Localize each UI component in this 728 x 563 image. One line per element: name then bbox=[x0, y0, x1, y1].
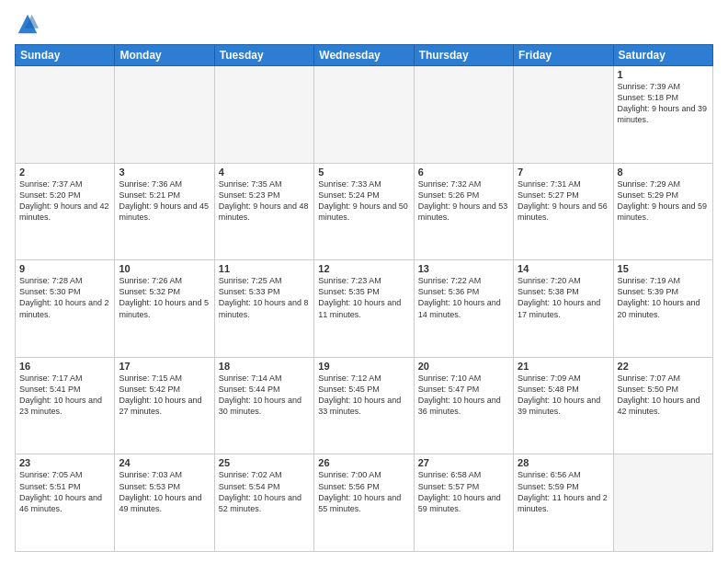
day-info: Sunrise: 7:32 AM Sunset: 5:26 PM Dayligh… bbox=[418, 178, 509, 224]
day-number: 6 bbox=[418, 167, 509, 178]
day-info: Sunrise: 7:39 AM Sunset: 5:18 PM Dayligh… bbox=[618, 81, 709, 126]
day-number: 26 bbox=[318, 457, 409, 468]
header bbox=[15, 11, 713, 37]
day-cell: 21Sunrise: 7:09 AM Sunset: 5:48 PM Dayli… bbox=[514, 357, 613, 454]
day-info: Sunrise: 7:23 AM Sunset: 5:35 PM Dayligh… bbox=[318, 275, 409, 320]
day-info: Sunrise: 7:20 AM Sunset: 5:38 PM Dayligh… bbox=[518, 275, 609, 320]
day-number: 8 bbox=[618, 167, 709, 178]
day-number: 14 bbox=[518, 263, 609, 274]
day-cell: 28Sunrise: 6:56 AM Sunset: 5:59 PM Dayli… bbox=[514, 454, 613, 552]
weekday-friday: Friday bbox=[514, 45, 613, 66]
day-number: 21 bbox=[518, 361, 609, 372]
day-cell: 6Sunrise: 7:32 AM Sunset: 5:26 PM Daylig… bbox=[414, 163, 513, 260]
day-number: 1 bbox=[618, 69, 709, 80]
day-info: Sunrise: 7:25 AM Sunset: 5:33 PM Dayligh… bbox=[219, 275, 310, 320]
day-info: Sunrise: 7:19 AM Sunset: 5:39 PM Dayligh… bbox=[618, 275, 709, 320]
day-cell: 8Sunrise: 7:29 AM Sunset: 5:29 PM Daylig… bbox=[613, 163, 712, 260]
day-number: 24 bbox=[119, 457, 210, 468]
day-info: Sunrise: 7:02 AM Sunset: 5:54 PM Dayligh… bbox=[219, 469, 310, 514]
page: SundayMondayTuesdayWednesdayThursdayFrid… bbox=[0, 0, 728, 563]
day-cell bbox=[214, 66, 313, 164]
day-cell: 16Sunrise: 7:17 AM Sunset: 5:41 PM Dayli… bbox=[16, 357, 115, 454]
day-number: 25 bbox=[219, 457, 310, 468]
day-number: 9 bbox=[19, 263, 110, 274]
day-number: 4 bbox=[219, 167, 310, 178]
day-info: Sunrise: 7:10 AM Sunset: 5:47 PM Dayligh… bbox=[418, 373, 509, 418]
day-number: 2 bbox=[19, 167, 110, 178]
day-info: Sunrise: 7:07 AM Sunset: 5:50 PM Dayligh… bbox=[618, 373, 709, 418]
day-number: 12 bbox=[318, 263, 409, 274]
logo-icon bbox=[15, 11, 40, 37]
day-cell: 1Sunrise: 7:39 AM Sunset: 5:18 PM Daylig… bbox=[613, 66, 712, 164]
day-info: Sunrise: 7:28 AM Sunset: 5:30 PM Dayligh… bbox=[19, 275, 110, 320]
day-cell: 24Sunrise: 7:03 AM Sunset: 5:53 PM Dayli… bbox=[115, 454, 214, 552]
day-info: Sunrise: 7:03 AM Sunset: 5:53 PM Dayligh… bbox=[119, 469, 210, 514]
day-number: 13 bbox=[418, 263, 509, 274]
day-info: Sunrise: 7:36 AM Sunset: 5:21 PM Dayligh… bbox=[119, 178, 210, 224]
day-number: 17 bbox=[119, 361, 210, 372]
day-cell: 26Sunrise: 7:00 AM Sunset: 5:56 PM Dayli… bbox=[314, 454, 414, 552]
day-cell: 22Sunrise: 7:07 AM Sunset: 5:50 PM Dayli… bbox=[613, 357, 712, 454]
week-row-1: 1Sunrise: 7:39 AM Sunset: 5:18 PM Daylig… bbox=[16, 66, 713, 164]
day-cell: 2Sunrise: 7:37 AM Sunset: 5:20 PM Daylig… bbox=[16, 163, 115, 260]
day-cell bbox=[613, 454, 712, 552]
day-cell: 7Sunrise: 7:31 AM Sunset: 5:27 PM Daylig… bbox=[514, 163, 613, 260]
day-info: Sunrise: 7:00 AM Sunset: 5:56 PM Dayligh… bbox=[318, 469, 409, 514]
day-cell: 15Sunrise: 7:19 AM Sunset: 5:39 PM Dayli… bbox=[613, 260, 712, 358]
week-row-5: 23Sunrise: 7:05 AM Sunset: 5:51 PM Dayli… bbox=[16, 454, 713, 552]
day-cell bbox=[115, 66, 214, 164]
day-info: Sunrise: 7:35 AM Sunset: 5:23 PM Dayligh… bbox=[219, 178, 310, 224]
day-cell: 18Sunrise: 7:14 AM Sunset: 5:44 PM Dayli… bbox=[214, 357, 313, 454]
day-cell: 20Sunrise: 7:10 AM Sunset: 5:47 PM Dayli… bbox=[414, 357, 513, 454]
day-info: Sunrise: 7:12 AM Sunset: 5:45 PM Dayligh… bbox=[318, 373, 409, 418]
day-number: 22 bbox=[618, 361, 709, 372]
day-number: 28 bbox=[518, 457, 609, 468]
day-number: 5 bbox=[318, 167, 409, 178]
week-row-2: 2Sunrise: 7:37 AM Sunset: 5:20 PM Daylig… bbox=[16, 163, 713, 260]
calendar-table: SundayMondayTuesdayWednesdayThursdayFrid… bbox=[15, 44, 713, 552]
day-number: 27 bbox=[418, 457, 509, 468]
weekday-header-row: SundayMondayTuesdayWednesdayThursdayFrid… bbox=[16, 45, 713, 66]
day-number: 23 bbox=[19, 457, 110, 468]
day-info: Sunrise: 7:15 AM Sunset: 5:42 PM Dayligh… bbox=[119, 373, 210, 418]
day-cell bbox=[314, 66, 414, 164]
day-number: 10 bbox=[119, 263, 210, 274]
weekday-tuesday: Tuesday bbox=[214, 45, 313, 66]
day-info: Sunrise: 7:29 AM Sunset: 5:29 PM Dayligh… bbox=[618, 178, 709, 224]
day-info: Sunrise: 7:31 AM Sunset: 5:27 PM Dayligh… bbox=[518, 178, 609, 224]
day-cell: 23Sunrise: 7:05 AM Sunset: 5:51 PM Dayli… bbox=[16, 454, 115, 552]
weekday-wednesday: Wednesday bbox=[314, 45, 414, 66]
day-info: Sunrise: 7:37 AM Sunset: 5:20 PM Dayligh… bbox=[19, 178, 110, 224]
day-cell bbox=[414, 66, 513, 164]
week-row-4: 16Sunrise: 7:17 AM Sunset: 5:41 PM Dayli… bbox=[16, 357, 713, 454]
day-number: 11 bbox=[219, 263, 310, 274]
day-info: Sunrise: 7:09 AM Sunset: 5:48 PM Dayligh… bbox=[518, 373, 609, 418]
day-number: 20 bbox=[418, 361, 509, 372]
day-info: Sunrise: 6:58 AM Sunset: 5:57 PM Dayligh… bbox=[418, 469, 509, 514]
day-info: Sunrise: 7:33 AM Sunset: 5:24 PM Dayligh… bbox=[318, 178, 409, 224]
day-info: Sunrise: 7:14 AM Sunset: 5:44 PM Dayligh… bbox=[219, 373, 310, 418]
day-cell: 14Sunrise: 7:20 AM Sunset: 5:38 PM Dayli… bbox=[514, 260, 613, 358]
logo bbox=[15, 11, 44, 37]
day-info: Sunrise: 7:17 AM Sunset: 5:41 PM Dayligh… bbox=[19, 373, 110, 418]
day-number: 19 bbox=[318, 361, 409, 372]
day-cell: 5Sunrise: 7:33 AM Sunset: 5:24 PM Daylig… bbox=[314, 163, 414, 260]
day-number: 7 bbox=[518, 167, 609, 178]
week-row-3: 9Sunrise: 7:28 AM Sunset: 5:30 PM Daylig… bbox=[16, 260, 713, 358]
day-cell: 27Sunrise: 6:58 AM Sunset: 5:57 PM Dayli… bbox=[414, 454, 513, 552]
day-cell: 9Sunrise: 7:28 AM Sunset: 5:30 PM Daylig… bbox=[16, 260, 115, 358]
weekday-saturday: Saturday bbox=[613, 45, 712, 66]
day-cell: 10Sunrise: 7:26 AM Sunset: 5:32 PM Dayli… bbox=[115, 260, 214, 358]
day-number: 3 bbox=[119, 167, 210, 178]
weekday-thursday: Thursday bbox=[414, 45, 513, 66]
day-number: 15 bbox=[618, 263, 709, 274]
weekday-monday: Monday bbox=[115, 45, 214, 66]
day-cell: 3Sunrise: 7:36 AM Sunset: 5:21 PM Daylig… bbox=[115, 163, 214, 260]
day-info: Sunrise: 7:26 AM Sunset: 5:32 PM Dayligh… bbox=[119, 275, 210, 320]
weekday-sunday: Sunday bbox=[16, 45, 115, 66]
day-cell: 17Sunrise: 7:15 AM Sunset: 5:42 PM Dayli… bbox=[115, 357, 214, 454]
day-cell: 4Sunrise: 7:35 AM Sunset: 5:23 PM Daylig… bbox=[214, 163, 313, 260]
day-cell: 12Sunrise: 7:23 AM Sunset: 5:35 PM Dayli… bbox=[314, 260, 414, 358]
day-cell: 19Sunrise: 7:12 AM Sunset: 5:45 PM Dayli… bbox=[314, 357, 414, 454]
day-info: Sunrise: 6:56 AM Sunset: 5:59 PM Dayligh… bbox=[518, 469, 609, 514]
